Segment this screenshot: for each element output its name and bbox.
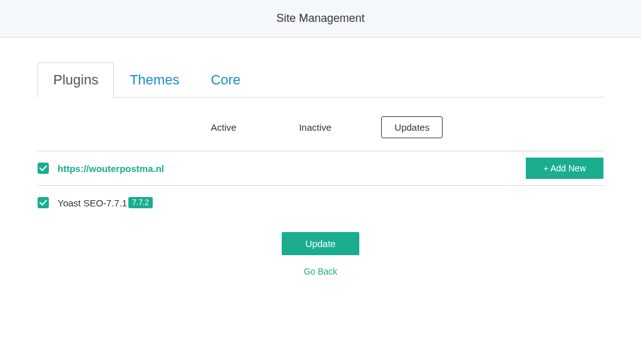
site-url-link[interactable]: https://wouterpostma.nl	[58, 163, 164, 174]
plugin-checkbox[interactable]	[38, 197, 49, 208]
site-row: https://wouterpostma.nl + Add New	[38, 151, 603, 185]
tab-themes[interactable]: Themes	[114, 63, 195, 97]
version-badge: 7.7.2	[128, 197, 153, 208]
add-new-button[interactable]: + Add New	[526, 158, 603, 179]
plugin-row: Yoast SEO-7.7.1 7.7.2	[38, 185, 603, 220]
tab-core[interactable]: Core	[195, 63, 257, 97]
content-area: Plugins Themes Core Active Inactive Upda…	[0, 38, 641, 276]
filter-inactive[interactable]: Inactive	[287, 117, 344, 138]
go-back-link[interactable]: Go Back	[304, 266, 337, 276]
check-icon	[39, 199, 47, 206]
page-header: Site Management	[0, 0, 641, 38]
main-tabs: Plugins Themes Core	[38, 63, 603, 98]
update-button[interactable]: Update	[282, 232, 359, 255]
site-checkbox[interactable]	[38, 163, 49, 174]
actions-area: Update Go Back	[38, 220, 603, 276]
page-title: Site Management	[276, 12, 364, 25]
plugin-name-label: Yoast SEO-7.7.1	[58, 198, 127, 208]
filter-active[interactable]: Active	[198, 117, 249, 138]
filter-updates[interactable]: Updates	[381, 116, 443, 138]
tab-plugins[interactable]: Plugins	[38, 63, 114, 98]
check-icon	[39, 164, 47, 172]
filter-row: Active Inactive Updates	[38, 98, 603, 151]
